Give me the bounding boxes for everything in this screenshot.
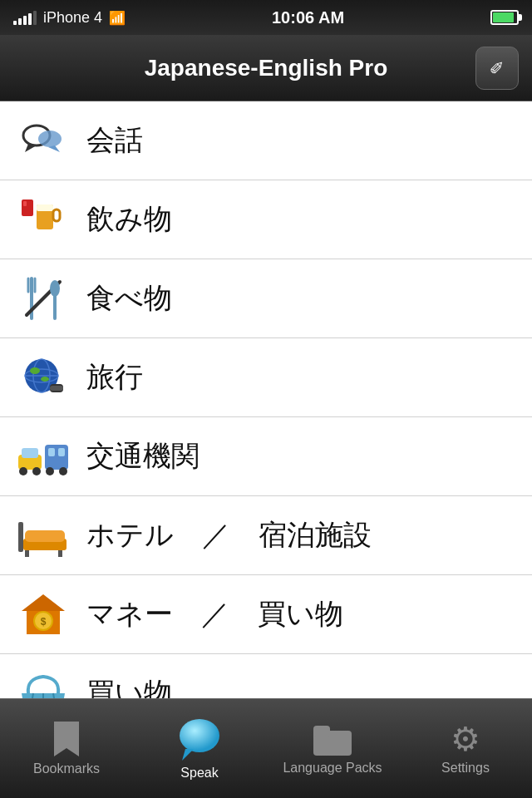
tab-bar: Bookmarks Speak Language Pac <box>0 698 532 798</box>
list-item[interactable]: 食べ物 <box>0 259 532 338</box>
svg-marker-48 <box>182 749 194 761</box>
category-icon-7: $ <box>17 588 70 641</box>
category-label-5: 交通機関 <box>86 437 200 475</box>
category-icon-5 <box>17 430 70 483</box>
carrier-label: iPhone 4 <box>43 9 102 27</box>
svg-point-30 <box>46 467 54 475</box>
svg-rect-27 <box>45 445 68 470</box>
tab-language-packs-label: Language Packs <box>283 761 382 776</box>
category-label-3: 食べ物 <box>86 279 172 318</box>
svg-marker-46 <box>54 722 79 756</box>
tab-bookmarks[interactable]: Bookmarks <box>0 699 133 798</box>
list-item[interactable]: $ マネー ／ 買い物 <box>0 575 532 654</box>
tab-bookmarks-label: Bookmarks <box>33 761 100 776</box>
tab-language-packs[interactable]: Language Packs <box>266 699 399 798</box>
status-left: iPhone 4 📶 <box>13 9 126 27</box>
bookmark-icon <box>54 722 79 756</box>
svg-point-14 <box>50 280 60 297</box>
status-bar: iPhone 4 📶 10:06 AM <box>0 0 532 35</box>
navigation-bar: Japanese-English Pro ✏ <box>0 35 532 101</box>
svg-marker-37 <box>22 594 65 611</box>
svg-rect-7 <box>37 204 53 211</box>
pencil-icon: ✏ <box>484 55 510 81</box>
svg-point-19 <box>30 367 40 374</box>
svg-point-2 <box>38 131 62 147</box>
gear-icon: ⚙ <box>451 722 480 756</box>
svg-rect-5 <box>23 201 27 206</box>
svg-rect-32 <box>18 522 23 552</box>
svg-rect-35 <box>25 550 29 557</box>
category-label-6: ホテル ／ 宿泊施設 <box>86 516 372 554</box>
speak-icon <box>177 717 222 761</box>
tab-speak[interactable]: Speak <box>133 699 266 798</box>
svg-rect-34 <box>25 530 65 542</box>
category-label-2: 飲み物 <box>86 200 172 239</box>
tab-speak-label: Speak <box>180 766 218 781</box>
list-item[interactable]: ホテル ／ 宿泊施設 <box>0 496 532 575</box>
svg-rect-50 <box>313 726 330 737</box>
category-list: 会話 飲み物 <box>0 101 532 775</box>
status-right <box>490 10 519 25</box>
status-time: 10:06 AM <box>272 8 344 27</box>
category-icon-6 <box>17 509 70 562</box>
signal-icon <box>13 10 37 25</box>
category-icon-4 <box>17 351 70 404</box>
list-item[interactable]: 会話 <box>0 101 532 180</box>
tab-settings-label: Settings <box>441 761 490 776</box>
svg-rect-28 <box>48 448 55 456</box>
page-title: Japanese-English Pro <box>145 55 388 81</box>
svg-point-20 <box>41 377 49 382</box>
category-label-4: 旅行 <box>86 358 143 397</box>
list-item[interactable]: 交通機関 <box>0 417 532 496</box>
battery-icon <box>490 10 519 25</box>
category-label-1: 会話 <box>86 121 143 160</box>
category-icon-1 <box>17 114 70 167</box>
svg-point-47 <box>180 719 219 752</box>
edit-button[interactable]: ✏ <box>475 47 519 90</box>
svg-rect-36 <box>58 550 62 557</box>
svg-rect-8 <box>53 209 60 221</box>
svg-point-26 <box>32 467 41 475</box>
svg-point-25 <box>19 467 27 475</box>
list-item[interactable]: 飲み物 <box>0 180 532 259</box>
tab-settings[interactable]: ⚙ Settings <box>399 699 532 798</box>
category-label-7: マネー ／ 買い物 <box>86 595 343 633</box>
wifi-icon: 📶 <box>109 10 126 26</box>
category-icon-2 <box>17 193 70 246</box>
svg-text:$: $ <box>41 616 47 628</box>
svg-rect-22 <box>50 386 63 391</box>
folder-icon <box>313 722 352 756</box>
svg-point-31 <box>59 467 67 475</box>
list-item[interactable]: 旅行 <box>0 338 532 417</box>
category-icon-3 <box>17 272 70 325</box>
svg-rect-29 <box>58 448 65 456</box>
svg-rect-24 <box>22 448 38 458</box>
